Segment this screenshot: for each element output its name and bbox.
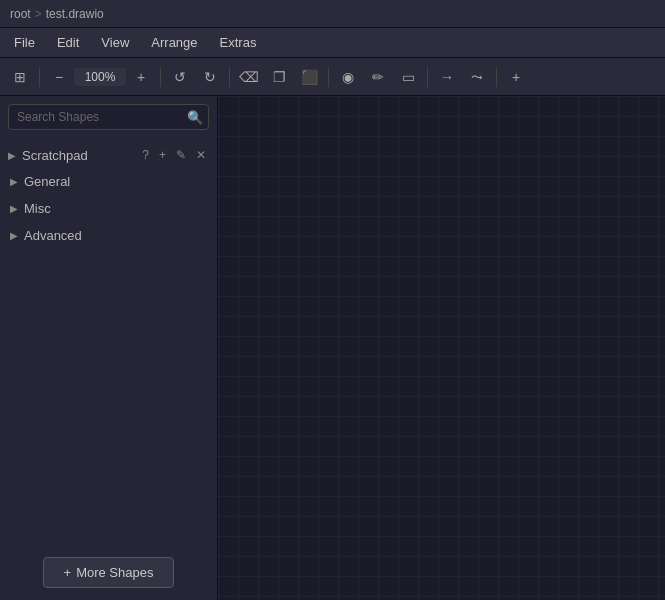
more-shapes-label: More Shapes (76, 565, 153, 580)
toolbar-separator-2 (160, 67, 161, 87)
line-color-button[interactable]: ✏ (364, 63, 392, 91)
search-button[interactable]: 🔍 (187, 110, 203, 125)
redo-button[interactable]: ↻ (196, 63, 224, 91)
more-shapes-button[interactable]: + More Shapes (43, 557, 175, 588)
breadcrumb-root: root (10, 7, 31, 21)
general-chevron-icon: ▶ (10, 176, 18, 187)
breadcrumb: root > test.drawio (10, 7, 104, 21)
connector-button[interactable]: → (433, 63, 461, 91)
fill-color-button[interactable]: ◉ (334, 63, 362, 91)
scratchpad-category[interactable]: ▶ Scratchpad ? + ✎ ✕ (0, 142, 217, 168)
duplicate-icon: ❐ (273, 69, 286, 85)
menu-item-view[interactable]: View (91, 31, 139, 54)
misc-category[interactable]: ▶ Misc (0, 195, 217, 222)
zoom-out-icon: − (55, 69, 63, 85)
waypoint-icon: ⤳ (471, 69, 483, 85)
toolbar-separator-3 (229, 67, 230, 87)
toolbar-separator-6 (496, 67, 497, 87)
shadow-button[interactable]: ▭ (394, 63, 422, 91)
zoom-control: − 100% + (45, 63, 155, 91)
toolbar-separator-5 (427, 67, 428, 87)
menu-bar: FileEditViewArrangeExtras (0, 28, 665, 58)
scratchpad-close-button[interactable]: ✕ (193, 147, 209, 163)
scratchpad-help-button[interactable]: ? (139, 147, 152, 163)
fill-color-icon: ◉ (342, 69, 354, 85)
breadcrumb-separator: > (35, 7, 42, 21)
menu-item-arrange[interactable]: Arrange (141, 31, 207, 54)
scratchpad-label: Scratchpad (22, 148, 88, 163)
line-color-icon: ✏ (372, 69, 384, 85)
undo-icon: ↺ (174, 69, 186, 85)
search-icon: 🔍 (187, 110, 203, 125)
shadow-icon: ▭ (402, 69, 415, 85)
duplicate-button[interactable]: ❐ (265, 63, 293, 91)
undo-button[interactable]: ↺ (166, 63, 194, 91)
misc-label: Misc (24, 201, 51, 216)
toolbar-separator-4 (328, 67, 329, 87)
advanced-label: Advanced (24, 228, 82, 243)
search-box: 🔍 (8, 104, 209, 130)
connector-icon: → (440, 69, 454, 85)
general-label: General (24, 174, 70, 189)
redo-icon: ↻ (204, 69, 216, 85)
title-bar: root > test.drawio (0, 0, 665, 28)
waypoint-button[interactable]: ⤳ (463, 63, 491, 91)
zoom-in-icon: + (137, 69, 145, 85)
search-input[interactable] (8, 104, 209, 130)
zoom-value[interactable]: 100% (74, 68, 126, 86)
insert-icon: + (512, 69, 520, 85)
more-shapes-plus-icon: + (64, 565, 72, 580)
panel-toggle-icon: ⊞ (14, 69, 26, 85)
insert-button[interactable]: + (502, 63, 530, 91)
left-panel: 🔍 ▶ Scratchpad ? + ✎ ✕ ▶ General (0, 96, 218, 600)
shape-categories-list: ▶ Scratchpad ? + ✎ ✕ ▶ General ▶ Misc (0, 138, 217, 545)
scratchpad-chevron-icon: ▶ (8, 150, 16, 161)
to-front-button[interactable]: ⬛ (295, 63, 323, 91)
breadcrumb-file: test.drawio (46, 7, 104, 21)
main-layout: 🔍 ▶ Scratchpad ? + ✎ ✕ ▶ General (0, 96, 665, 600)
panel-toggle-button[interactable]: ⊞ (6, 63, 34, 91)
to-front-icon: ⬛ (301, 69, 318, 85)
canvas-area[interactable] (218, 96, 665, 600)
toolbar: ⊞ − 100% + ↺ ↻ ⌫ ❐ ⬛ ◉ ✏ ▭ → ⤳ (0, 58, 665, 96)
toolbar-separator-1 (39, 67, 40, 87)
misc-chevron-icon: ▶ (10, 203, 18, 214)
menu-item-file[interactable]: File (4, 31, 45, 54)
delete-icon: ⌫ (239, 69, 259, 85)
scratchpad-actions: ? + ✎ ✕ (139, 147, 209, 163)
advanced-category[interactable]: ▶ Advanced (0, 222, 217, 249)
zoom-out-button[interactable]: − (45, 63, 73, 91)
menu-item-edit[interactable]: Edit (47, 31, 89, 54)
menu-item-extras[interactable]: Extras (210, 31, 267, 54)
advanced-chevron-icon: ▶ (10, 230, 18, 241)
general-category[interactable]: ▶ General (0, 168, 217, 195)
zoom-in-button[interactable]: + (127, 63, 155, 91)
canvas-grid (218, 96, 665, 600)
delete-button[interactable]: ⌫ (235, 63, 263, 91)
scratchpad-edit-button[interactable]: ✎ (173, 147, 189, 163)
scratchpad-add-button[interactable]: + (156, 147, 169, 163)
